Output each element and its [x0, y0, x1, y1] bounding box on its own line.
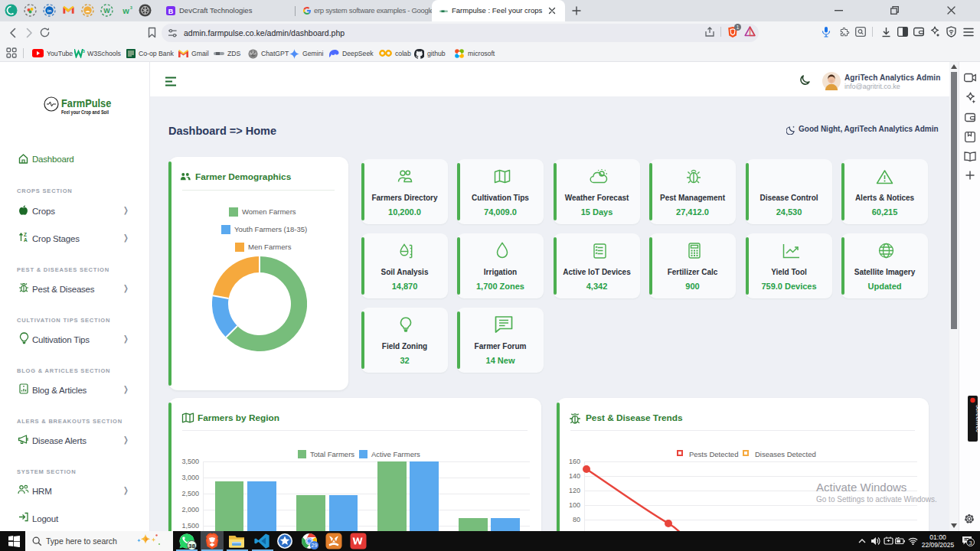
svg-text:3: 3 — [83, 49, 85, 54]
svg-text:3: 3 — [130, 5, 132, 10]
svg-text:w: w — [122, 6, 129, 15]
svg-text:screenrec: screenrec — [975, 405, 978, 432]
svg-text:in: in — [47, 8, 52, 13]
svg-text:B: B — [168, 8, 174, 15]
svg-text:A: A — [24, 237, 28, 243]
svg-text:W: W — [103, 7, 110, 15]
svg-text:Z: Z — [24, 232, 27, 237]
